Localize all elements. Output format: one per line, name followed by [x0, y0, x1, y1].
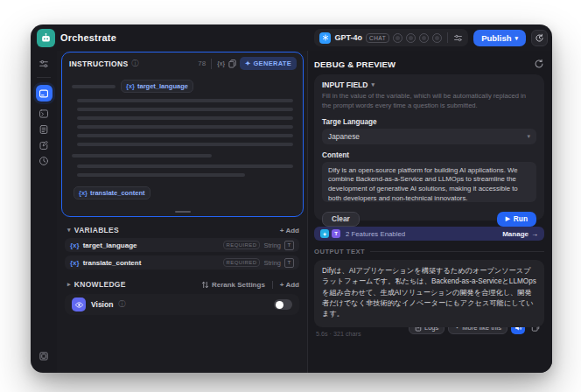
page-title: Orchestrate: [60, 24, 116, 51]
input-field-description: Fill in the value of the variable, which…: [322, 92, 536, 111]
insert-variable-icon[interactable]: {x}: [217, 60, 225, 67]
pencil-capability-icon: [419, 33, 429, 43]
debug-header: DEBUG & PREVIEW: [314, 58, 544, 70]
file-capability-icon: [406, 33, 416, 43]
selected-value: Japanese: [328, 132, 527, 141]
refresh-button[interactable]: [534, 59, 544, 69]
sidebar: [31, 51, 58, 373]
features-count-text: 2 Features Enabled: [346, 230, 499, 238]
sidebar-item-orchestrate[interactable]: [36, 85, 52, 102]
app-window: Orchestrate GPT-4o CHAT: [31, 24, 552, 373]
model-config-icon[interactable]: [36, 56, 52, 72]
char-count: 78: [198, 60, 206, 67]
resize-handle[interactable]: [175, 211, 191, 213]
run-button[interactable]: ▶ Run: [497, 212, 536, 227]
target-language-label: Targe Language: [322, 118, 536, 126]
vision-eye-icon: [72, 298, 86, 312]
input-field-card: INPUT FIELD ▾ Fill in the value of the v…: [314, 74, 544, 220]
content-textarea[interactable]: Dify is an open-source platform for buil…: [322, 162, 536, 202]
add-knowledge-button[interactable]: + Add: [280, 281, 299, 289]
variable-type: String: [263, 259, 281, 267]
content-label: Content: [322, 151, 536, 159]
vision-toggle[interactable]: [274, 299, 292, 310]
info-icon: ⓘ: [118, 301, 125, 308]
copy-icon[interactable]: [228, 60, 236, 68]
variables-header: ▾ VARIABLES + Add: [67, 226, 299, 234]
info-icon: ⓘ: [131, 60, 138, 67]
chevron-down-icon: ▾: [371, 81, 374, 88]
skeleton-line: [77, 134, 293, 137]
variable-token: {x}: [70, 242, 80, 249]
required-badge: REQUIRED: [223, 258, 261, 267]
publish-label: Publish: [481, 33, 511, 43]
chevron-right-icon: ▸: [67, 281, 71, 288]
chevron-down-icon: ▾: [527, 133, 530, 140]
divider: [370, 251, 544, 252]
debug-title: DEBUG & PREVIEW: [314, 60, 534, 69]
clear-button[interactable]: Clear: [322, 212, 360, 227]
model-selector[interactable]: GPT-4o CHAT: [314, 29, 468, 46]
play-icon: ▶: [506, 215, 510, 222]
variable-name: target_language: [137, 82, 188, 90]
prompt-editor[interactable]: {x} target_language {x} translate_conten…: [62, 72, 303, 200]
variable-name: target_language: [83, 242, 220, 249]
instructions-header: INSTRUCTIONS ⓘ 78 {x} ✦ GENERATE: [62, 52, 303, 72]
sparkle-icon: ✦: [245, 60, 251, 67]
robot-icon: [40, 32, 52, 44]
generate-button[interactable]: ✦ GENERATE: [240, 57, 297, 70]
audio-capability-icon: [432, 33, 442, 43]
collapse-panel-icon[interactable]: [36, 348, 52, 364]
divider: [272, 281, 273, 289]
sidebar-item-history[interactable]: [36, 153, 52, 169]
debug-preview-panel: DEBUG & PREVIEW INPUT FIELD ▾ Fill in th…: [309, 51, 552, 373]
titlebar: Orchestrate GPT-4o CHAT: [31, 24, 552, 51]
manage-features-button[interactable]: Manage →: [502, 230, 538, 238]
skeleton-line: [77, 99, 293, 102]
variable-chip-translate-content[interactable]: {x} translate_content: [74, 186, 150, 200]
openai-logo-icon: [319, 32, 331, 44]
variable-token: {x}: [70, 259, 80, 267]
skeleton-line: [77, 173, 245, 177]
rerank-settings-button[interactable]: Rerank Settings: [201, 281, 265, 289]
globe-capability-icon: [393, 33, 402, 43]
model-mode-badge: CHAT: [366, 33, 389, 43]
generate-feature-icon: ✦: [320, 229, 329, 238]
skeleton-line: [72, 85, 116, 88]
generate-label: GENERATE: [253, 60, 291, 67]
variable-type: String: [263, 242, 281, 249]
publish-button[interactable]: Publish ▾: [473, 30, 526, 46]
rerank-icon: [201, 281, 209, 289]
skeleton-line: [77, 108, 293, 111]
arrow-right-icon: →: [531, 230, 538, 238]
sidebar-item-logs[interactable]: [36, 122, 52, 137]
variable-chip-target-language[interactable]: {x} target_language: [121, 80, 193, 93]
output-text: Difyは、AIアプリケーションを構築するためのオープンソースプラットフォームで…: [322, 266, 536, 319]
version-history-button[interactable]: [531, 30, 548, 46]
output-bubble: Difyは、AIアプリケーションを構築するためのオープンソースプラットフォームで…: [314, 260, 544, 327]
instructions-title: INSTRUCTIONS: [69, 60, 128, 68]
variable-row-target-language[interactable]: {x} target_language REQUIRED String T: [65, 238, 299, 252]
input-field-header[interactable]: INPUT FIELD ▾: [322, 80, 536, 89]
features-bar[interactable]: ✦ T 2 Features Enabled Manage →: [314, 227, 544, 241]
model-name: GPT-4o: [334, 33, 362, 42]
add-variable-button[interactable]: + Add: [280, 227, 299, 234]
variable-row-translate-content[interactable]: {x} translate_content REQUIRED String T: [65, 256, 299, 270]
knowledge-header: ▸ KNOWLEDGE Rerank Settings + Add: [67, 280, 299, 289]
divider: [211, 59, 212, 69]
skeleton-line: [77, 125, 293, 129]
variables-title[interactable]: ▾ VARIABLES: [67, 226, 119, 234]
orchestrate-panel: INSTRUCTIONS ⓘ 78 {x} ✦ GENERATE: [57, 51, 308, 373]
app-logo-robot-icon[interactable]: [37, 29, 55, 47]
sidebar-item-annotation[interactable]: [36, 137, 52, 153]
target-language-select[interactable]: Japanese ▾: [322, 129, 536, 144]
skeleton-line: [77, 116, 293, 120]
knowledge-title[interactable]: ▸ KNOWLEDGE: [67, 280, 126, 289]
chevron-down-icon: ▾: [514, 35, 518, 42]
variable-token: {x}: [126, 82, 135, 90]
model-params-icon[interactable]: [453, 33, 463, 43]
skeleton-line: [77, 164, 293, 168]
run-label: Run: [514, 214, 528, 223]
vision-label: Vision: [91, 300, 113, 309]
divider: [447, 32, 448, 43]
sidebar-item-preview[interactable]: [36, 106, 52, 122]
